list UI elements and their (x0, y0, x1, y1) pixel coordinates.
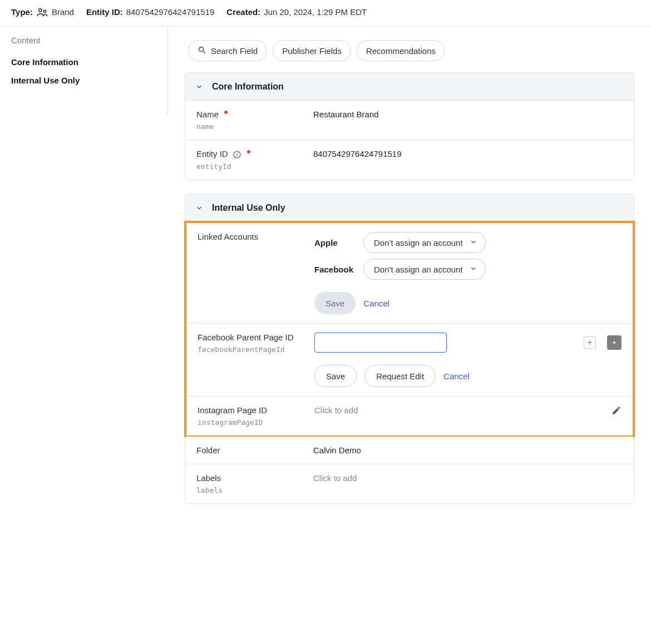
account-dropdown-facebook[interactable]: Don't assign an account (363, 259, 486, 280)
field-label-name: Name (196, 110, 219, 119)
created-value: Jun 20, 2024, 1:29 PM EDT (264, 7, 367, 17)
fb-parent-page-id-input[interactable] (314, 333, 447, 353)
field-api-name: name (196, 122, 308, 131)
chevron-down-icon (470, 265, 477, 274)
field-api-fb-parent: facebookParentPageId (198, 345, 309, 354)
entity-id-value: 8407542976424791519 (126, 7, 215, 17)
field-label-labels: Labels (196, 473, 308, 483)
chevron-down-icon (195, 83, 203, 91)
section-core-information: Core Information Name name Restaurant Br… (185, 72, 634, 180)
provider-label-facebook: Facebook (314, 265, 363, 274)
field-value-entity-id: 8407542976424791519 (313, 149, 623, 171)
field-row-name[interactable]: Name name Restaurant Brand (185, 101, 634, 140)
sidebar: Content Core Information Internal Use On… (0, 27, 168, 116)
account-dropdown-apple-value: Don't assign an account (374, 238, 463, 247)
recommendations-pill[interactable]: Recommendations (357, 40, 445, 61)
cancel-link-fb-parent[interactable]: Cancel (443, 371, 470, 381)
provider-label-apple: Apple (314, 238, 363, 247)
field-label-linked-accounts: Linked Accounts (198, 232, 309, 241)
section-header-internal[interactable]: Internal Use Only (185, 194, 634, 222)
entity-id-field: Entity ID: 8407542976424791519 (86, 7, 214, 17)
section-title-core: Core Information (212, 82, 284, 92)
sidebar-heading: Content (11, 36, 167, 45)
type-value: Brand (52, 7, 74, 17)
created-field: Created: Jun 20, 2024, 1:29 PM EDT (226, 7, 367, 17)
created-label: Created: (226, 7, 260, 17)
save-button-fb-parent[interactable]: Save (314, 365, 357, 387)
save-button-linked-accounts[interactable]: Save (314, 292, 356, 314)
field-api-entity-id: entityId (196, 162, 308, 171)
recommendations-label: Recommendations (366, 46, 436, 56)
field-value-name: Restaurant Brand (313, 110, 623, 131)
svg-point-2 (199, 47, 204, 51)
section-header-core[interactable]: Core Information (185, 73, 634, 101)
chevron-down-icon (470, 238, 477, 247)
field-row-entity-id[interactable]: Entity ID entityId 8407542976424791519 (185, 140, 634, 180)
field-api-instagram: instagramPageID (198, 418, 309, 427)
type-field: Type: Brand (11, 7, 74, 17)
sidebar-item-internal-use-only[interactable]: Internal Use Only (11, 71, 167, 90)
field-row-linked-accounts: Linked Accounts Apple Don't assign an ac… (186, 223, 633, 324)
svg-line-3 (203, 51, 205, 53)
svg-point-0 (39, 9, 42, 12)
required-indicator (247, 150, 250, 153)
sidebar-item-core-information[interactable]: Core Information (11, 53, 167, 71)
cancel-link-linked-accounts[interactable]: Cancel (363, 299, 389, 308)
info-icon[interactable] (233, 150, 241, 159)
account-dropdown-facebook-value: Don't assign an account (374, 265, 463, 274)
field-value-instagram: Click to add (314, 405, 611, 427)
field-label-folder: Folder (196, 445, 308, 455)
search-icon (198, 46, 206, 56)
add-button[interactable] (607, 335, 622, 350)
pencil-icon[interactable] (611, 405, 622, 417)
publisher-fields-pill[interactable]: Publisher Fields (273, 40, 351, 61)
field-row-labels[interactable]: Labels labels Click to add (185, 464, 634, 503)
request-edit-button[interactable]: Request Edit (364, 365, 436, 387)
field-row-instagram-page-id[interactable]: Instagram Page ID instagramPageID Click … (186, 397, 633, 435)
field-value-labels: Click to add (313, 473, 623, 494)
svg-point-1 (43, 10, 46, 12)
people-icon (36, 7, 48, 17)
chevron-down-icon (195, 204, 203, 212)
publisher-fields-label: Publisher Fields (282, 46, 342, 56)
section-internal-use-only: Internal Use Only Linked Accounts Apple … (185, 194, 634, 504)
field-row-folder[interactable]: Folder Calvin Demo (185, 437, 634, 464)
field-label-entity-id: Entity ID (196, 149, 228, 158)
type-label: Type: (11, 7, 33, 17)
svg-point-6 (236, 152, 237, 153)
field-value-folder: Calvin Demo (313, 445, 623, 455)
input-add-icon[interactable]: + (584, 336, 596, 349)
field-label-fb-parent: Facebook Parent Page ID (198, 333, 309, 342)
search-field-pill[interactable]: Search Field (188, 40, 267, 61)
field-api-labels: labels (196, 486, 308, 494)
field-label-instagram: Instagram Page ID (198, 405, 309, 415)
required-indicator (224, 111, 228, 114)
field-row-facebook-parent-page-id: Facebook Parent Page ID facebookParentPa… (186, 324, 633, 397)
highlighted-region: Linked Accounts Apple Don't assign an ac… (184, 221, 635, 438)
account-dropdown-apple[interactable]: Don't assign an account (363, 232, 486, 253)
search-field-label: Search Field (211, 46, 258, 56)
entity-id-label: Entity ID: (86, 7, 123, 17)
section-title-internal: Internal Use Only (212, 203, 285, 213)
